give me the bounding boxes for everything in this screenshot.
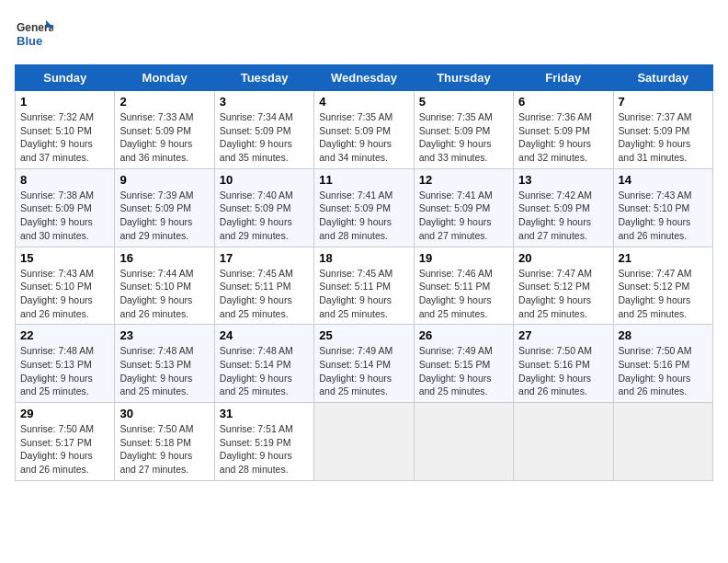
calendar-cell: 25Sunrise: 7:49 AMSunset: 5:14 PMDayligh… [314, 325, 414, 403]
day-number: 21 [619, 251, 708, 265]
day-number: 16 [119, 251, 209, 265]
day-number: 8 [20, 173, 109, 187]
calendar-cell: 13Sunrise: 7:42 AMSunset: 5:09 PMDayligh… [514, 168, 613, 247]
day-info: Sunrise: 7:48 AMSunset: 5:13 PMDaylight:… [119, 344, 209, 398]
calendar-cell: 24Sunrise: 7:48 AMSunset: 5:14 PMDayligh… [214, 325, 313, 403]
day-info: Sunrise: 7:50 AMSunset: 5:18 PMDaylight:… [119, 422, 209, 477]
day-info: Sunrise: 7:50 AMSunset: 5:16 PMDaylight:… [619, 344, 708, 398]
day-number: 26 [419, 328, 508, 342]
day-info: Sunrise: 7:45 AMSunset: 5:11 PMDaylight:… [319, 267, 408, 321]
calendar-cell: 28Sunrise: 7:50 AMSunset: 5:16 PMDayligh… [613, 325, 712, 403]
day-number: 6 [518, 95, 608, 109]
day-info: Sunrise: 7:50 AMSunset: 5:16 PMDaylight:… [518, 344, 608, 398]
day-number: 19 [419, 251, 508, 265]
calendar-cell: 15Sunrise: 7:43 AMSunset: 5:10 PMDayligh… [16, 247, 115, 325]
day-info: Sunrise: 7:48 AMSunset: 5:13 PMDaylight:… [20, 344, 109, 398]
day-info: Sunrise: 7:41 AMSunset: 5:09 PMDaylight:… [319, 189, 408, 243]
day-number: 23 [119, 328, 209, 342]
day-info: Sunrise: 7:48 AMSunset: 5:14 PMDaylight:… [220, 344, 309, 398]
day-info: Sunrise: 7:40 AMSunset: 5:09 PMDaylight:… [220, 189, 309, 243]
column-header-saturday: Saturday [613, 65, 712, 91]
week-row-3: 15Sunrise: 7:43 AMSunset: 5:10 PMDayligh… [16, 247, 713, 325]
day-number: 18 [319, 251, 408, 265]
week-row-4: 22Sunrise: 7:48 AMSunset: 5:13 PMDayligh… [16, 325, 713, 403]
column-header-tuesday: Tuesday [214, 65, 313, 91]
calendar-cell [514, 403, 613, 481]
day-number: 7 [619, 95, 708, 109]
day-number: 24 [220, 328, 309, 342]
day-number: 5 [419, 95, 508, 109]
week-row-2: 8Sunrise: 7:38 AMSunset: 5:09 PMDaylight… [16, 168, 713, 247]
day-info: Sunrise: 7:42 AMSunset: 5:09 PMDaylight:… [518, 189, 608, 243]
column-header-sunday: Sunday [16, 65, 115, 91]
day-number: 10 [220, 173, 309, 187]
calendar-cell: 23Sunrise: 7:48 AMSunset: 5:13 PMDayligh… [115, 325, 214, 403]
day-number: 31 [220, 407, 309, 420]
day-number: 1 [20, 95, 109, 109]
calendar-cell: 31Sunrise: 7:51 AMSunset: 5:19 PMDayligh… [214, 403, 313, 481]
day-number: 30 [119, 407, 209, 420]
day-info: Sunrise: 7:34 AMSunset: 5:09 PMDaylight:… [220, 110, 309, 165]
day-number: 29 [20, 407, 109, 420]
day-info: Sunrise: 7:38 AMSunset: 5:09 PMDaylight:… [20, 189, 109, 243]
week-row-5: 29Sunrise: 7:50 AMSunset: 5:17 PMDayligh… [16, 403, 713, 481]
calendar-cell: 11Sunrise: 7:41 AMSunset: 5:09 PMDayligh… [314, 168, 414, 247]
day-number: 14 [619, 173, 708, 187]
calendar-cell: 10Sunrise: 7:40 AMSunset: 5:09 PMDayligh… [214, 168, 313, 247]
day-info: Sunrise: 7:46 AMSunset: 5:11 PMDaylight:… [419, 267, 508, 321]
day-number: 12 [419, 173, 508, 187]
day-info: Sunrise: 7:45 AMSunset: 5:11 PMDaylight:… [220, 267, 309, 321]
day-info: Sunrise: 7:44 AMSunset: 5:10 PMDaylight:… [119, 267, 209, 321]
header: General Blue [15, 15, 713, 53]
day-info: Sunrise: 7:35 AMSunset: 5:09 PMDaylight:… [319, 110, 408, 165]
calendar-cell: 14Sunrise: 7:43 AMSunset: 5:10 PMDayligh… [613, 168, 712, 247]
day-info: Sunrise: 7:37 AMSunset: 5:09 PMDaylight:… [619, 110, 708, 165]
day-info: Sunrise: 7:35 AMSunset: 5:09 PMDaylight:… [419, 110, 508, 165]
day-info: Sunrise: 7:50 AMSunset: 5:17 PMDaylight:… [20, 422, 109, 477]
calendar-cell: 22Sunrise: 7:48 AMSunset: 5:13 PMDayligh… [16, 325, 115, 403]
day-number: 15 [20, 251, 109, 265]
calendar-cell: 2Sunrise: 7:33 AMSunset: 5:09 PMDaylight… [115, 91, 214, 169]
day-info: Sunrise: 7:47 AMSunset: 5:12 PMDaylight:… [518, 267, 608, 321]
calendar-cell: 5Sunrise: 7:35 AMSunset: 5:09 PMDaylight… [414, 91, 513, 169]
day-info: Sunrise: 7:43 AMSunset: 5:10 PMDaylight:… [619, 189, 708, 243]
day-info: Sunrise: 7:51 AMSunset: 5:19 PMDaylight:… [220, 422, 309, 477]
day-info: Sunrise: 7:39 AMSunset: 5:09 PMDaylight:… [119, 189, 209, 243]
day-number: 17 [220, 251, 309, 265]
day-info: Sunrise: 7:43 AMSunset: 5:10 PMDaylight:… [20, 267, 109, 321]
calendar-cell: 29Sunrise: 7:50 AMSunset: 5:17 PMDayligh… [16, 403, 115, 481]
calendar-cell: 6Sunrise: 7:36 AMSunset: 5:09 PMDaylight… [514, 91, 613, 169]
day-info: Sunrise: 7:36 AMSunset: 5:09 PMDaylight:… [518, 110, 608, 165]
calendar-cell: 26Sunrise: 7:49 AMSunset: 5:15 PMDayligh… [414, 325, 513, 403]
calendar-cell: 7Sunrise: 7:37 AMSunset: 5:09 PMDaylight… [613, 91, 712, 169]
logo: General Blue [15, 15, 53, 53]
day-number: 4 [319, 95, 408, 109]
calendar-cell: 9Sunrise: 7:39 AMSunset: 5:09 PMDaylight… [115, 168, 214, 247]
day-info: Sunrise: 7:33 AMSunset: 5:09 PMDaylight:… [119, 110, 209, 165]
day-info: Sunrise: 7:49 AMSunset: 5:14 PMDaylight:… [319, 344, 408, 398]
logo-svg: General Blue [15, 15, 53, 53]
day-number: 28 [619, 328, 708, 342]
day-number: 9 [119, 173, 209, 187]
day-info: Sunrise: 7:41 AMSunset: 5:09 PMDaylight:… [419, 189, 508, 243]
calendar-cell [613, 403, 712, 481]
column-header-thursday: Thursday [414, 65, 513, 91]
calendar-cell: 3Sunrise: 7:34 AMSunset: 5:09 PMDaylight… [214, 91, 313, 169]
column-header-friday: Friday [514, 65, 613, 91]
column-header-wednesday: Wednesday [314, 65, 414, 91]
day-info: Sunrise: 7:47 AMSunset: 5:12 PMDaylight:… [619, 267, 708, 321]
day-info: Sunrise: 7:49 AMSunset: 5:15 PMDaylight:… [419, 344, 508, 398]
calendar-cell: 21Sunrise: 7:47 AMSunset: 5:12 PMDayligh… [613, 247, 712, 325]
calendar-cell: 8Sunrise: 7:38 AMSunset: 5:09 PMDaylight… [16, 168, 115, 247]
calendar-cell: 12Sunrise: 7:41 AMSunset: 5:09 PMDayligh… [414, 168, 513, 247]
day-info: Sunrise: 7:32 AMSunset: 5:10 PMDaylight:… [20, 110, 109, 165]
calendar-cell: 19Sunrise: 7:46 AMSunset: 5:11 PMDayligh… [414, 247, 513, 325]
day-number: 20 [518, 251, 608, 265]
column-header-monday: Monday [115, 65, 214, 91]
day-number: 27 [518, 328, 608, 342]
calendar-cell [414, 403, 513, 481]
calendar: SundayMondayTuesdayWednesdayThursdayFrid… [15, 64, 713, 481]
day-number: 3 [220, 95, 309, 109]
day-number: 25 [319, 328, 408, 342]
calendar-cell: 30Sunrise: 7:50 AMSunset: 5:18 PMDayligh… [115, 403, 214, 481]
